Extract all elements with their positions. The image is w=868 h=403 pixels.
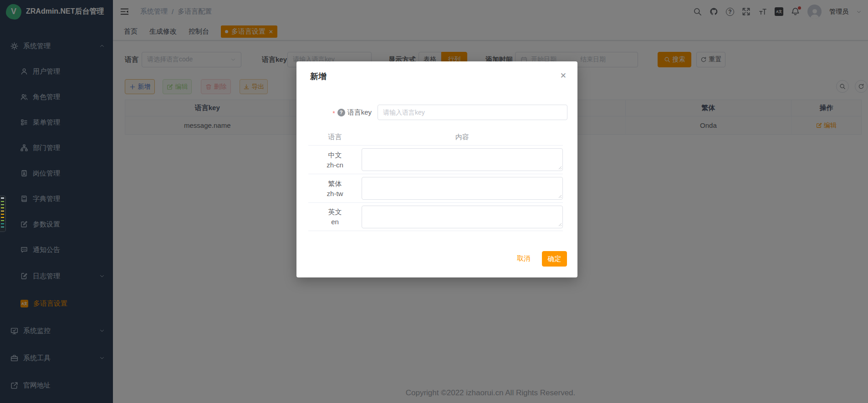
help-icon[interactable]: ? bbox=[337, 109, 345, 116]
dialog-table-header: 语言 内容 bbox=[308, 129, 563, 145]
add-dialog: 新增 ✕ * ? 语言key 语言 内容 中文 zh-cn 繁体 zh-tw bbox=[296, 61, 577, 277]
dialog-content-zh-cn-textarea[interactable] bbox=[362, 148, 563, 171]
cancel-button[interactable]: 取消 bbox=[517, 254, 531, 263]
dialog-row-en: 英文 en bbox=[308, 202, 563, 231]
dialog-lang-label: 英文 en bbox=[308, 203, 362, 231]
confirm-button[interactable]: 确定 bbox=[542, 251, 567, 267]
dialog-lang-table: 语言 内容 中文 zh-cn 繁体 zh-tw 英 bbox=[308, 129, 563, 231]
dialog-key-input[interactable] bbox=[378, 105, 567, 120]
dialog-column-content: 内容 bbox=[362, 133, 563, 141]
dialog-title: 新增 bbox=[310, 71, 327, 82]
dialog-content-en-textarea[interactable] bbox=[362, 206, 563, 228]
dialog-lang-label: 繁体 zh-tw bbox=[308, 174, 362, 202]
dialog-row-zh-tw: 繁体 zh-tw bbox=[308, 174, 563, 202]
dialog-column-language: 语言 bbox=[308, 133, 362, 141]
dialog-row-zh-cn: 中文 zh-cn bbox=[308, 145, 563, 174]
dialog-key-label-row: * ? 语言key bbox=[296, 105, 372, 120]
close-icon[interactable]: ✕ bbox=[560, 72, 567, 80]
dialog-content-zh-tw-textarea[interactable] bbox=[362, 177, 563, 200]
dialog-key-label: 语言key bbox=[347, 108, 372, 117]
floating-widget[interactable] bbox=[0, 196, 6, 232]
dialog-lang-label: 中文 zh-cn bbox=[308, 146, 362, 174]
floating-widget-bars bbox=[1, 197, 4, 230]
required-asterisk: * bbox=[332, 110, 335, 117]
